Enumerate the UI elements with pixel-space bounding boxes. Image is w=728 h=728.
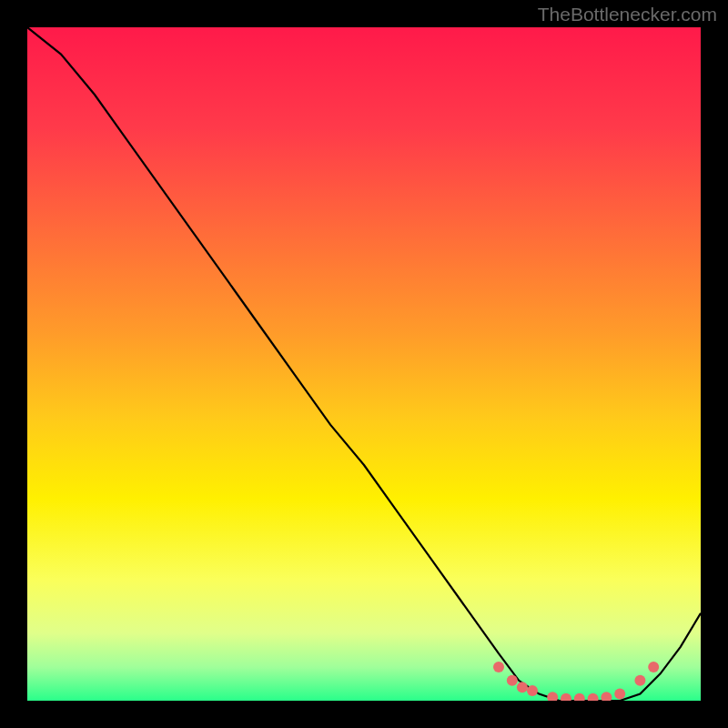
- watermark-text: TheBottlenecker.com: [538, 4, 717, 25]
- curve-overlay: [27, 27, 701, 701]
- marker-dot: [601, 692, 612, 701]
- marker-dot: [517, 682, 528, 693]
- marker-dot: [547, 692, 558, 701]
- marker-dot: [588, 693, 599, 701]
- marker-dot: [634, 675, 645, 686]
- marker-dot: [648, 662, 659, 672]
- marker-dot: [527, 685, 538, 696]
- marker-dot: [614, 689, 625, 700]
- marker-dot: [493, 662, 504, 672]
- chart-container: [27, 27, 701, 701]
- marker-dot: [561, 693, 571, 701]
- highlight-markers: [493, 662, 659, 701]
- marker-dot: [574, 693, 585, 701]
- marker-dot: [507, 675, 518, 686]
- bottleneck-curve: [27, 27, 701, 701]
